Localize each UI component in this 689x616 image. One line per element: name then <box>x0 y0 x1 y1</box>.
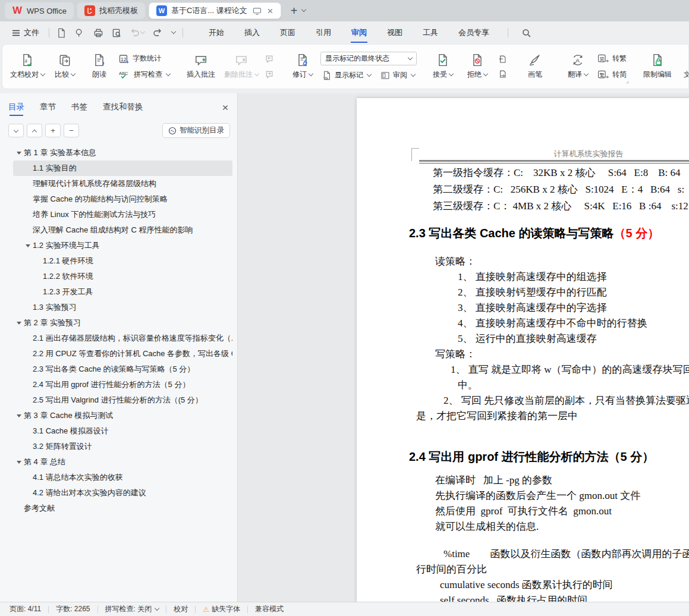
menu-item-5[interactable]: 审阅 <box>341 24 377 42</box>
track-changes-button[interactable]: 修订 <box>286 48 319 86</box>
quickbar-chevron-icon[interactable] <box>171 29 176 34</box>
collapse-all-button[interactable] <box>27 124 42 137</box>
word-count-indicator[interactable]: 字数: 2265 <box>49 604 97 614</box>
spell-check-button[interactable]: ABC 拼写检查 <box>117 68 172 81</box>
review-pane-button[interactable]: 审阅 <box>379 69 417 81</box>
monitor-icon[interactable] <box>253 7 262 15</box>
toc-item[interactable]: 培养 Linux 下的性能测试方法与技巧 <box>13 207 232 222</box>
toc-item[interactable]: 3.1 Cache 模拟器设计 <box>13 423 232 439</box>
toc-item[interactable]: 1.2.2 软件环境 <box>13 269 232 284</box>
menu-item-8[interactable]: 会员专享 <box>448 24 499 42</box>
simplified-to-traditional-button[interactable]: 简 转繁 <box>596 52 628 65</box>
doc-line: %time 函数以及衍生函数（函数内部再次调用的子函 <box>443 546 689 562</box>
reject-button[interactable]: 拒绝 <box>461 48 494 86</box>
toc-item[interactable]: 参考文献 <box>13 501 232 516</box>
tab-list-chevron-icon[interactable] <box>301 7 306 12</box>
read-aloud-button[interactable]: 朗读 <box>83 48 116 86</box>
traditional-to-simplified-button[interactable]: 繁 转简 <box>596 68 628 81</box>
toc-item[interactable]: 深入理解 Cache 组成结构对 C 程序性能的影响 <box>13 222 232 238</box>
menu-item-3[interactable]: 页面 <box>270 24 306 42</box>
tab-find-replace[interactable]: 查找和替换 <box>103 102 143 118</box>
toc-item-label: 掌握 Cache 的功能结构与访问控制策略 <box>33 194 168 205</box>
toc-item[interactable]: 第 4 章 总结 <box>13 454 232 470</box>
menu-item-4[interactable]: 引用 <box>306 24 341 42</box>
next-comment-button[interactable] <box>262 68 276 80</box>
toc-item[interactable]: 第 2 章 实验预习 <box>13 315 232 331</box>
toc-item[interactable]: 2.1 画出存储器层级结构，标识容量价格速度等指标变化（... <box>13 331 232 346</box>
print-icon[interactable] <box>93 28 103 38</box>
group-expand-icon[interactable]: ⌟ <box>626 77 629 84</box>
missing-font-indicator[interactable]: ⚠缺失字体 <box>196 604 247 614</box>
previous-change-button[interactable] <box>495 54 509 65</box>
collapse-arrow-icon[interactable] <box>17 414 24 417</box>
export-pdf-icon[interactable] <box>75 28 85 38</box>
collapse-arrow-icon[interactable] <box>17 461 24 464</box>
file-menu-button[interactable]: 文件 <box>7 27 44 38</box>
tab-wps-home[interactable]: W WPS Office <box>5 2 74 19</box>
markup-state-select[interactable]: 显示标记的最终状态 <box>320 52 417 65</box>
page-indicator[interactable]: 页面: 4/11 <box>10 604 48 614</box>
collapse-arrow-icon[interactable] <box>26 244 33 247</box>
smart-toc-button[interactable]: 智能识别目录 <box>162 123 230 138</box>
redo-button[interactable] <box>153 29 162 37</box>
toc-item[interactable]: 2.2 用 CPUZ 等查看你的计算机 Cache 各参数，写出各级 C... <box>13 346 232 362</box>
doc-permission-button[interactable]: 文档权限 <box>678 48 689 86</box>
previous-comment-button[interactable] <box>262 53 276 65</box>
tab-docer-templates[interactable]: じ 找稻壳模板 <box>77 2 145 19</box>
pen-button[interactable]: 画笔 <box>518 48 552 86</box>
new-tab-button[interactable]: + <box>291 4 298 18</box>
toc-item[interactable]: 理解现代计算机系统存储器层级结构 <box>13 176 232 191</box>
document-page[interactable]: 计算机系统实验报告 第一级指令缓存：C: 32KB x 2 核心 S:64 E:… <box>357 98 689 602</box>
tab-chapters[interactable]: 章节 <box>40 102 56 118</box>
close-tab-icon[interactable] <box>267 8 273 14</box>
toc-item[interactable]: 4.2 请给出对本次实验内容的建议 <box>13 485 232 501</box>
print-preview-icon[interactable] <box>112 28 122 38</box>
toc-item[interactable]: 第 3 章 Cache 模拟与测试 <box>13 408 232 423</box>
close-sidebar-icon[interactable] <box>222 104 229 116</box>
menu-item-7[interactable]: 工具 <box>413 24 448 42</box>
show-markup-button[interactable]: 显示标记 <box>320 69 373 81</box>
tab-bookmarks[interactable]: 书签 <box>71 102 87 118</box>
word-count-button[interactable]: 12 字数统计 <box>117 52 172 65</box>
restrict-edit-button[interactable]: 限制编辑 <box>638 48 677 86</box>
insert-comment-button[interactable]: 插入批注 <box>181 48 221 86</box>
delete-comment-button[interactable]: 删除批注 <box>222 48 261 86</box>
collapse-arrow-icon[interactable] <box>17 152 24 155</box>
toc-item[interactable]: 4.1 请总结本次实验的收获 <box>13 470 232 485</box>
toc-item[interactable]: 1.2 实验环境与工具 <box>13 238 232 253</box>
toc-item-label: 4.1 请总结本次实验的收获 <box>33 472 123 483</box>
proofing-indicator[interactable]: 校对 <box>166 604 195 614</box>
toc-item[interactable]: 1.1 实验目的 <box>13 161 232 176</box>
spellcheck-indicator[interactable]: 拼写检查: 关闭 <box>98 604 166 614</box>
chevron-down-icon <box>254 71 259 76</box>
search-icon[interactable] <box>521 28 531 38</box>
compat-mode-indicator[interactable]: 兼容模式 <box>248 604 291 614</box>
menu-item-6[interactable]: 视图 <box>377 24 413 42</box>
toc-item[interactable]: 第 1 章 实验基本信息 <box>13 145 232 161</box>
toc-item[interactable]: 1.2.1 硬件环境 <box>13 253 232 269</box>
zoom-out-toc-button[interactable]: − <box>64 124 79 137</box>
expand-all-button[interactable] <box>8 124 24 137</box>
menu-item-1[interactable]: 开始 <box>199 24 234 42</box>
document-area[interactable]: 计算机系统实验报告 第一级指令缓存：C: 32KB x 2 核心 S:64 E:… <box>238 93 689 602</box>
compare-button[interactable]: 比较 <box>48 48 81 86</box>
accept-button[interactable]: 接受 <box>426 48 460 86</box>
toc-item[interactable]: 2.4 写出用 gprof 进行性能分析的方法（5 分） <box>13 377 232 392</box>
next-change-button[interactable] <box>495 68 509 80</box>
doc-line: 第三级缓存：C： 4MB x 2 核心 S:4K E:16 B :64 s:12 <box>433 198 689 215</box>
tab-current-document[interactable]: W 基于C语言... 课程论文 <box>149 2 281 19</box>
translate-button[interactable]: A 翻译 <box>561 48 594 86</box>
toc-item[interactable]: 掌握 Cache 的功能结构与访问控制策略 <box>13 191 232 207</box>
tab-toc[interactable]: 目录 <box>8 102 24 118</box>
save-icon[interactable] <box>56 28 67 38</box>
toc-item[interactable]: 1.2.3 开发工具 <box>13 284 232 300</box>
toc-item[interactable]: 2.5 写出用 Valgrind 进行性能分析的方法（(5 分） <box>13 392 232 408</box>
toc-item[interactable]: 1.3 实验预习 <box>13 300 232 315</box>
zoom-in-toc-button[interactable]: + <box>45 124 61 137</box>
toc-item[interactable]: 3.2 矩阵转置设计 <box>13 439 232 454</box>
toc-item[interactable]: 2.3 写出各类 Cache 的读策略与写策略（5 分） <box>13 362 232 377</box>
doc-proof-button[interactable]: a 文档校对 <box>8 48 47 86</box>
collapse-arrow-icon[interactable] <box>17 322 24 325</box>
menu-item-2[interactable]: 插入 <box>234 24 270 42</box>
undo-button[interactable] <box>130 29 144 37</box>
